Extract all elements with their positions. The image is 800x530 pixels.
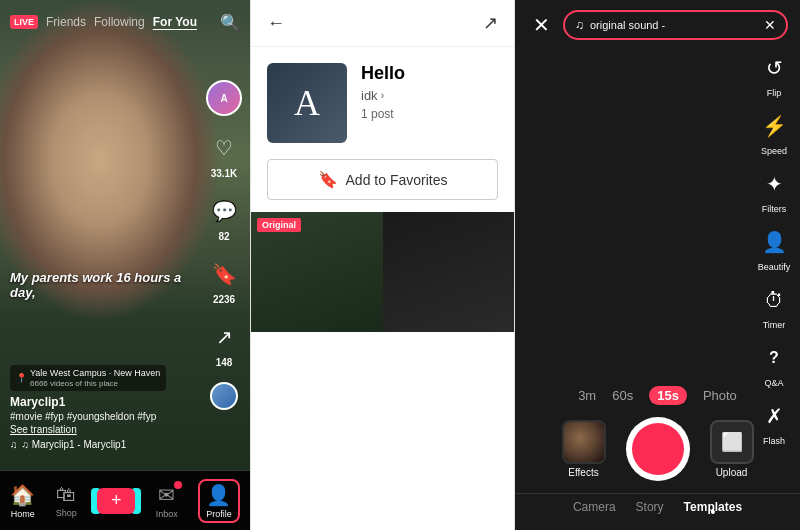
qa-icon: ? (756, 340, 792, 376)
speed-label: Speed (761, 146, 787, 156)
feed-right-actions: A ♡ 33.1K 💬 82 🔖 2236 ↗ 148 (206, 80, 242, 410)
filters-tool[interactable]: ✦ Filters (756, 166, 792, 214)
share-action[interactable]: ↗ 148 (206, 319, 242, 368)
feed-caption: 📍 Yale West Campus · New Haven 6666 vide… (10, 365, 200, 450)
music-text: ♫ Maryclip1 - Maryclip1 (22, 439, 127, 450)
sound-author[interactable]: idk › (361, 88, 405, 103)
location-icon: 📍 (16, 373, 27, 383)
bookmark-add-icon: 🔖 (318, 170, 338, 189)
music-note-icon: ♫ (575, 18, 584, 32)
flip-label: Flip (767, 88, 782, 98)
upload-label: Upload (716, 467, 748, 478)
thumb-content-2 (383, 212, 515, 332)
nav-following[interactable]: Following (94, 15, 145, 29)
qa-tool[interactable]: ? Q&A (756, 340, 792, 388)
poster-avatar[interactable]: A (206, 80, 242, 116)
sound-share-icon[interactable]: ↗ (483, 12, 498, 34)
search-icon[interactable]: 🔍 (220, 13, 240, 32)
original-badge: Original (257, 218, 301, 232)
speed-icon: ⚡ (756, 108, 792, 144)
feed-location[interactable]: 📍 Yale West Campus · New Haven 6666 vide… (10, 365, 166, 391)
comment-action[interactable]: 💬 82 (206, 193, 242, 242)
effects-thumb-visual (564, 422, 604, 462)
duration-3m[interactable]: 3m (578, 388, 596, 403)
beautify-label: Beautify (758, 262, 791, 272)
bookmark-count: 2236 (213, 294, 235, 305)
record-button-inner (632, 423, 684, 475)
upload-button[interactable]: ⬜ Upload (710, 420, 754, 478)
camera-controls-row: Effects ⬜ Upload (562, 417, 754, 481)
beautify-tool[interactable]: 👤 Beautify (756, 224, 792, 272)
flip-icon: ↺ (756, 50, 792, 86)
record-button[interactable] (626, 417, 690, 481)
speed-tool[interactable]: ⚡ Speed (756, 108, 792, 156)
sound-artwork: A (267, 63, 347, 143)
home-icon: 🏠 (10, 483, 35, 507)
nav-inbox[interactable]: ✉ Inbox (156, 483, 178, 519)
music-avatar[interactable] (210, 382, 238, 410)
mode-story[interactable]: Story (636, 500, 664, 518)
nav-friends[interactable]: Friends (46, 15, 86, 29)
camera-panel: ✕ ♫ original sound - ✕ ↺ Flip ⚡ Speed ✦ … (515, 0, 800, 530)
duration-15s[interactable]: 15s (649, 386, 687, 405)
effects-thumbnail (562, 420, 606, 464)
feed-bottom-nav: 🏠 Home 🛍 Shop + ✉ Inbox 👤 Profile (0, 470, 250, 530)
nav-for-you[interactable]: For You (153, 15, 197, 29)
bookmark-action[interactable]: 🔖 2236 (206, 256, 242, 305)
nav-add[interactable]: + (97, 488, 135, 514)
feed-tags[interactable]: #movie #fyp #youngsheldon #fyp (10, 411, 200, 422)
profile-label: Profile (206, 509, 232, 519)
nav-shop[interactable]: 🛍 Shop (56, 483, 77, 518)
comment-icon: 💬 (206, 193, 242, 229)
filters-icon: ✦ (756, 166, 792, 202)
like-count: 33.1K (211, 168, 238, 179)
sound-video-thumb-1[interactable]: Original (251, 212, 383, 332)
share-icon: ↗ (206, 319, 242, 355)
flip-tool[interactable]: ↺ Flip (756, 50, 792, 98)
timer-tool[interactable]: ⏱ Timer (756, 282, 792, 330)
sound-video-grid: Original (251, 212, 514, 530)
location-text: Yale West Campus · New Haven 6666 videos… (30, 368, 160, 388)
nav-profile[interactable]: 👤 Profile (198, 479, 240, 523)
sound-pill-close-icon[interactable]: ✕ (764, 17, 776, 33)
sound-video-thumb-2[interactable] (383, 212, 515, 332)
duration-tabs: 3m 60s 15s Photo (578, 386, 737, 405)
music-note-icon: ♫ (10, 439, 18, 450)
sound-pill[interactable]: ♫ original sound - ✕ (563, 10, 788, 40)
live-badge[interactable]: LIVE (10, 15, 38, 29)
sound-header: ← ↗ (251, 0, 514, 47)
heart-icon: ♡ (206, 130, 242, 166)
effects-label: Effects (568, 467, 598, 478)
filters-label: Filters (762, 204, 787, 214)
add-button[interactable]: + (97, 488, 135, 514)
feed-top-nav: LIVE Friends Following For You 🔍 (0, 0, 250, 44)
shop-label: Shop (56, 508, 77, 518)
mode-templates[interactable]: Templates (684, 500, 742, 518)
effects-button[interactable]: Effects (562, 420, 606, 478)
sound-pill-text: original sound - (590, 19, 758, 31)
beautify-icon: 👤 (756, 224, 792, 260)
profile-icon: 👤 (206, 483, 231, 507)
share-count: 148 (216, 357, 233, 368)
feed-quote: My parents work 16 hours a day, (10, 270, 200, 300)
author-arrow-icon: › (381, 90, 384, 101)
close-button[interactable]: ✕ (527, 13, 555, 37)
mode-camera[interactable]: Camera (573, 500, 616, 518)
duration-photo[interactable]: Photo (703, 388, 737, 403)
like-action[interactable]: ♡ 33.1K (206, 130, 242, 179)
add-to-favorites-button[interactable]: 🔖 Add to Favorites (267, 159, 498, 200)
inbox-icon: ✉ (158, 483, 175, 507)
nav-home[interactable]: 🏠 Home (10, 483, 35, 519)
sound-artwork-letter: A (294, 82, 320, 124)
feed-username[interactable]: Maryclip1 (10, 395, 200, 409)
avatar-initial: A (220, 93, 227, 104)
see-translation-link[interactable]: See translation (10, 424, 200, 435)
duration-60s[interactable]: 60s (612, 388, 633, 403)
shop-icon: 🛍 (56, 483, 76, 506)
sound-title: Hello (361, 63, 405, 84)
feed-music[interactable]: ♫ ♫ Maryclip1 - Maryclip1 (10, 439, 200, 450)
sound-posts-count: 1 post (361, 107, 405, 121)
back-button[interactable]: ← (267, 13, 285, 34)
inbox-label: Inbox (156, 509, 178, 519)
sound-panel: ← ↗ A Hello idk › 1 post 🔖 Add to Favori… (250, 0, 515, 530)
